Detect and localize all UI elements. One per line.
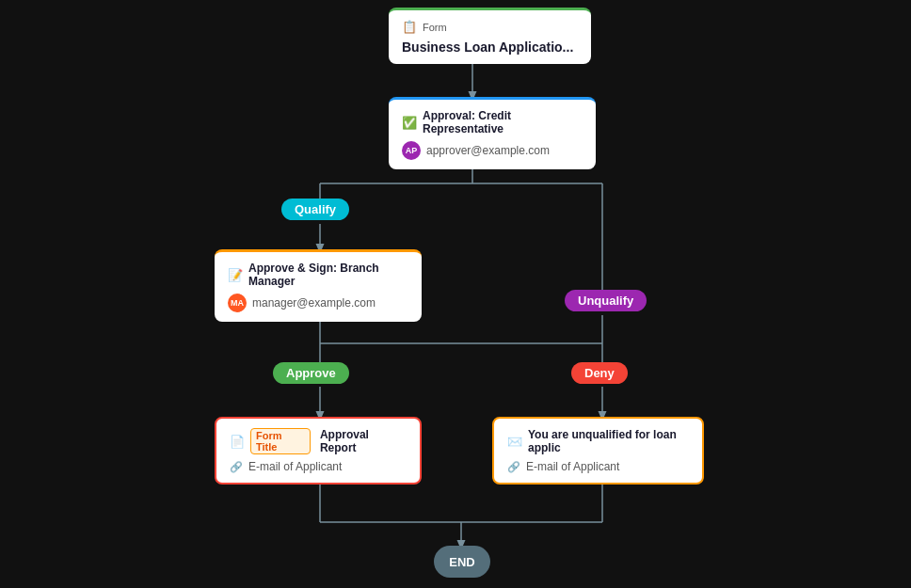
approve-sign-icon: 📝	[228, 268, 243, 282]
report-email: E-mail of Applicant	[248, 460, 342, 473]
form-icon: 📋	[402, 20, 417, 34]
end-node: END	[434, 546, 490, 578]
form-label: Form	[423, 22, 447, 33]
link-icon: 🔗	[230, 461, 243, 473]
form-node-header: 📋 Form	[402, 20, 578, 34]
approval-node: ✅ Approval: Credit Representative AP app…	[389, 97, 596, 169]
report-title: Approval Report	[320, 428, 407, 454]
report-node: 📄 Form Title Approval Report 🔗 E-mail of…	[215, 417, 422, 485]
report-header: 📄 Form Title Approval Report	[230, 428, 407, 454]
unqualified-title: You are unqualified for loan applic	[528, 428, 689, 454]
qualify-badge[interactable]: Qualify	[281, 199, 349, 220]
unqualified-email: E-mail of Applicant	[526, 460, 619, 473]
approve-badge[interactable]: Approve	[273, 362, 349, 384]
approve-sign-header: 📝 Approve & Sign: Branch Manager	[228, 262, 408, 288]
unqualified-node: ✉️ You are unqualified for loan applic 🔗…	[492, 417, 704, 485]
report-sub: 🔗 E-mail of Applicant	[230, 460, 407, 473]
unqualified-sub: 🔗 E-mail of Applicant	[507, 460, 689, 473]
approver-avatar: AP	[402, 141, 421, 160]
deny-badge[interactable]: Deny	[571, 362, 628, 384]
unqualified-header: ✉️ You are unqualified for loan applic	[507, 428, 689, 454]
approval-node-sub: AP approver@example.com	[402, 141, 583, 160]
approval-icon: ✅	[402, 116, 417, 130]
approve-sign-node: 📝 Approve & Sign: Branch Manager MA mana…	[215, 249, 422, 322]
form-node: 📋 Form Business Loan Applicatio...	[389, 8, 591, 64]
form-title: Business Loan Applicatio...	[402, 40, 578, 55]
link-icon2: 🔗	[507, 461, 520, 473]
email-icon: ✉️	[507, 435, 522, 449]
report-tag: Form Title	[250, 428, 311, 454]
approval-node-header: ✅ Approval: Credit Representative	[402, 109, 583, 135]
manager-avatar: MA	[228, 294, 247, 312]
unqualify-badge[interactable]: Unqualify	[565, 290, 647, 311]
approver-email: approver@example.com	[426, 144, 550, 157]
report-icon: 📄	[230, 435, 245, 449]
approve-sign-title: Approve & Sign: Branch Manager	[248, 262, 408, 288]
approval-title: Approval: Credit Representative	[423, 109, 583, 135]
approve-sign-sub: MA manager@example.com	[228, 294, 408, 312]
manager-email: manager@example.com	[252, 296, 376, 310]
